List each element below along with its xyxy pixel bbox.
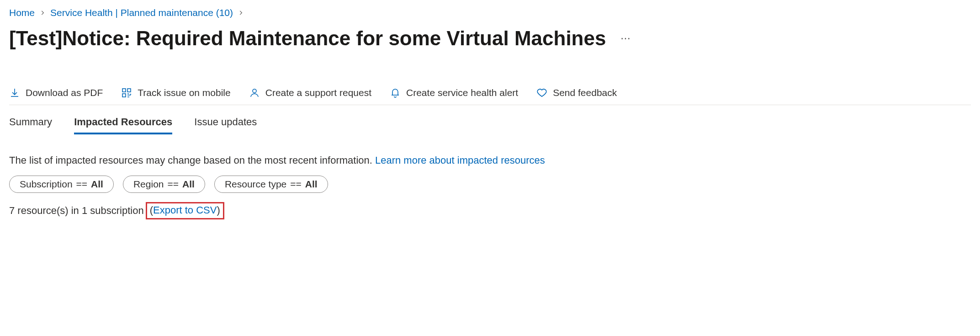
filter-label: Resource type	[225, 179, 286, 190]
title-row: [Test]Notice: Required Maintenance for s…	[9, 27, 971, 51]
svg-point-3	[253, 89, 256, 93]
svg-rect-0	[122, 89, 126, 92]
heart-icon	[536, 87, 547, 98]
track-mobile-button[interactable]: Track issue on mobile	[121, 87, 230, 98]
svg-rect-2	[122, 94, 126, 97]
feedback-button[interactable]: Send feedback	[536, 87, 617, 98]
toolbar-label: Create service health alert	[406, 87, 518, 98]
resource-count-text: 7 resource(s) in 1 subscription	[9, 205, 144, 217]
toolbar-label: Download as PDF	[26, 87, 103, 98]
download-icon	[9, 87, 20, 98]
tab-impacted-resources[interactable]: Impacted Resources	[74, 113, 172, 134]
bell-icon	[390, 87, 401, 98]
download-pdf-button[interactable]: Download as PDF	[9, 87, 103, 98]
toolbar-label: Create a support request	[265, 87, 371, 98]
resource-summary: 7 resource(s) in 1 subscription ( Export…	[9, 202, 971, 219]
paren-open: (	[150, 204, 153, 216]
breadcrumb: Home Service Health | Planned maintenanc…	[9, 7, 971, 18]
filter-operator: ==	[76, 179, 88, 190]
person-icon	[249, 87, 260, 98]
toolbar: Download as PDF Track issue on mobile Cr…	[9, 87, 971, 105]
filter-value: All	[91, 179, 103, 190]
svg-rect-1	[127, 89, 131, 92]
filter-label: Subscription	[20, 179, 73, 190]
filter-operator: ==	[290, 179, 302, 190]
toolbar-label: Send feedback	[553, 87, 617, 98]
chevron-right-icon	[238, 10, 244, 16]
tab-issue-updates[interactable]: Issue updates	[194, 113, 257, 134]
export-csv-highlight: ( Export to CSV )	[146, 202, 224, 219]
breadcrumb-service-health[interactable]: Service Health | Planned maintenance (10…	[50, 7, 233, 18]
qr-code-icon	[121, 87, 132, 98]
health-alert-button[interactable]: Create service health alert	[390, 87, 518, 98]
info-text: The list of impacted resources may chang…	[9, 155, 375, 166]
filter-operator: ==	[168, 179, 179, 190]
filter-region[interactable]: Region == All	[123, 176, 205, 193]
filter-resource-type[interactable]: Resource type == All	[214, 176, 328, 193]
breadcrumb-home[interactable]: Home	[9, 7, 35, 18]
filter-label: Region	[133, 179, 164, 190]
support-request-button[interactable]: Create a support request	[249, 87, 371, 98]
chevron-right-icon	[39, 10, 46, 16]
export-csv-link[interactable]: Export to CSV	[153, 204, 217, 216]
info-line: The list of impacted resources may chang…	[9, 155, 971, 166]
page-title: [Test]Notice: Required Maintenance for s…	[9, 27, 606, 51]
tabs: Summary Impacted Resources Issue updates	[9, 113, 971, 134]
more-actions-button[interactable]: ⋯	[617, 31, 635, 46]
filter-bar: Subscription == All Region == All Resour…	[9, 176, 971, 193]
paren-close: )	[217, 204, 220, 216]
filter-value: All	[182, 179, 195, 190]
filter-subscription[interactable]: Subscription == All	[9, 176, 114, 193]
tab-summary[interactable]: Summary	[9, 113, 52, 134]
learn-more-link[interactable]: Learn more about impacted resources	[375, 155, 545, 166]
toolbar-label: Track issue on mobile	[138, 87, 230, 98]
filter-value: All	[305, 179, 318, 190]
